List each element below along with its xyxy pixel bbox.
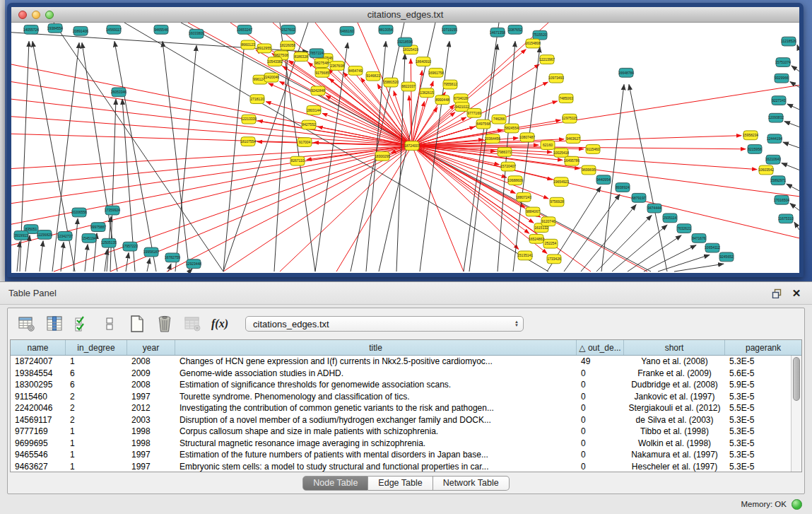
graph-node[interactable]: 6879197	[632, 193, 646, 202]
graph-node[interactable]: 14055724	[23, 25, 39, 34]
graph-node[interactable]: 18640910	[416, 57, 431, 66]
table-row[interactable]: 946362711997Embryonic stem cells: a mode…	[11, 461, 801, 472]
graph-node[interactable]: 5824554	[505, 124, 519, 133]
select-all-icon[interactable]	[73, 315, 91, 333]
graph-node[interactable]: 6497568	[476, 119, 490, 129]
network-canvas[interactable]: 6216025225474626683505191700413626151527…	[11, 23, 799, 273]
graph-node[interactable]: 16961758	[428, 68, 444, 77]
graph-node[interactable]: 9777169	[467, 108, 481, 117]
graph-node[interactable]: 15720407	[500, 162, 516, 171]
graph-node[interactable]: 22420046	[264, 73, 279, 82]
graph-node[interactable]: 2803144	[307, 106, 321, 115]
graph-node[interactable]: 917004	[298, 138, 312, 147]
table-row[interactable]: 969969511998Structural magnetic resonanc…	[11, 438, 801, 450]
row-selection-mode-icon[interactable]	[100, 315, 119, 333]
table-settings-icon[interactable]	[18, 315, 36, 333]
graph-node[interactable]: 9242848	[311, 86, 325, 95]
graph-node[interactable]: 9146821	[366, 71, 380, 81]
graph-node[interactable]: 16648784	[618, 68, 634, 77]
graph-node[interactable]: 9329966	[775, 74, 789, 83]
graph-node[interactable]: 10025418	[553, 148, 569, 157]
graph-node[interactable]: 7632621	[677, 224, 691, 233]
table-row[interactable]: 1830029562008Estimation of significance …	[11, 379, 801, 391]
graph-node[interactable]: 8186328	[294, 52, 308, 62]
graph-node[interactable]: 7986372	[498, 148, 512, 157]
graph-node[interactable]: 12213967	[539, 55, 555, 64]
graph-node[interactable]: 7857224	[310, 49, 324, 58]
delete-icon[interactable]	[155, 315, 174, 333]
graph-node[interactable]: 10653247	[237, 25, 252, 34]
graph-node[interactable]: 9756928	[550, 197, 564, 206]
tab-network-table[interactable]: Network Table	[433, 476, 510, 491]
graph-node[interactable]: 7515520	[533, 30, 547, 40]
graph-node[interactable]: 11156829	[37, 230, 52, 240]
table-row[interactable]: 2242004622012Investigating the contribut…	[11, 402, 801, 414]
graph-node[interactable]: 20206556	[71, 208, 87, 217]
graph-node[interactable]: 15751074	[775, 58, 791, 67]
graph-node[interactable]: 8938924	[616, 183, 630, 192]
network-window-titlebar[interactable]: citations_edges.txt	[11, 7, 799, 23]
graph-node[interactable]: 9245652	[719, 252, 734, 262]
graph-node[interactable]: 12444194	[767, 134, 782, 144]
graph-node[interactable]: 19654923	[553, 177, 569, 187]
graph-node[interactable]: 17359924	[105, 206, 120, 215]
graph-node[interactable]: 16154808	[525, 39, 541, 48]
graph-node[interactable]: 7955812	[443, 80, 457, 89]
column-header-4[interactable]: △ out_de...	[577, 340, 624, 355]
column-header-0[interactable]: name	[11, 340, 66, 355]
graph-node[interactable]: 11675310	[778, 214, 794, 223]
graph-node[interactable]: 9884067	[526, 207, 540, 216]
graph-node[interactable]: 9440954	[596, 175, 611, 185]
graph-node[interactable]: 8822037	[401, 82, 416, 91]
graph-node[interactable]: 1545194	[82, 233, 96, 243]
graph-node[interactable]: 14569117	[106, 25, 122, 34]
graph-node[interactable]: 9465546	[154, 25, 168, 34]
graph-node[interactable]: 15892971	[770, 176, 786, 185]
graph-node[interactable]: 9463627	[566, 134, 580, 144]
graph-node[interactable]: 9699695	[582, 165, 596, 175]
graph-node[interactable]: 2087652	[508, 25, 522, 34]
table-row[interactable]: 1938455462009Genome-wide association stu…	[11, 368, 801, 380]
column-header-3[interactable]: title	[175, 340, 577, 355]
table-row[interactable]: 911546021997Tourette syndrome. Phenomeno…	[11, 391, 801, 403]
graph-node[interactable]: 9175685	[315, 68, 329, 77]
graph-node[interactable]: 9115460	[586, 145, 600, 154]
table-row[interactable]: 1456911722003Disruption of a novel membe…	[11, 414, 801, 426]
graph-node[interactable]: 10688609	[507, 176, 523, 185]
graph-node[interactable]: 18724007	[404, 141, 420, 151]
select-column-icon[interactable]	[45, 315, 64, 333]
column-header-1[interactable]: in_degree	[66, 340, 127, 355]
graph-node[interactable]: 17016504	[774, 195, 789, 204]
graph-node[interactable]: 6734028	[454, 94, 468, 103]
tab-node-table[interactable]: Node Table	[302, 476, 368, 491]
graph-node[interactable]: 16782759	[165, 253, 180, 262]
graph-node[interactable]: 2935114	[663, 214, 677, 223]
close-window-button[interactable]	[18, 11, 27, 19]
function-builder-icon[interactable]: f(x)	[211, 315, 229, 333]
graph-node[interactable]: 17957223	[122, 242, 138, 251]
graph-node[interactable]: 9227343	[772, 96, 786, 105]
graph-node[interactable]: 10543382	[267, 57, 283, 66]
graph-node[interactable]: 8813054	[379, 25, 393, 34]
graph-node[interactable]: 8660123	[241, 40, 255, 49]
graph-node[interactable]: 12923448	[186, 259, 201, 269]
graph-node[interactable]: 12093832	[768, 113, 784, 122]
column-header-6[interactable]: pagerank	[725, 340, 801, 355]
graph-node[interactable]: 20891406	[73, 26, 88, 35]
graph-node[interactable]: 9120746	[541, 217, 555, 226]
graph-node[interactable]: 18107554	[240, 137, 256, 146]
graph-node[interactable]: 8427552	[302, 120, 316, 129]
graph-node[interactable]: 18807243	[516, 192, 531, 201]
graph-node[interactable]: 252254	[543, 239, 558, 248]
table-row[interactable]: 946554611997Estimation of the future num…	[11, 449, 801, 461]
graph-node[interactable]: 8471676	[692, 233, 706, 243]
graph-node[interactable]: 8267110	[290, 156, 305, 165]
graph-node[interactable]: 8990448	[435, 95, 449, 105]
graph-node[interactable]: 19384554	[47, 23, 63, 33]
graph-node[interactable]: 9827548	[314, 59, 329, 68]
column-header-5[interactable]: short	[624, 340, 725, 355]
graph-node[interactable]: 26053346	[111, 88, 126, 97]
graph-node[interactable]: 19958187	[143, 247, 159, 257]
table-selector-combo[interactable]: citations_edges.txt ▲▼	[245, 316, 524, 332]
graph-node[interactable]: 12975115	[562, 114, 577, 123]
